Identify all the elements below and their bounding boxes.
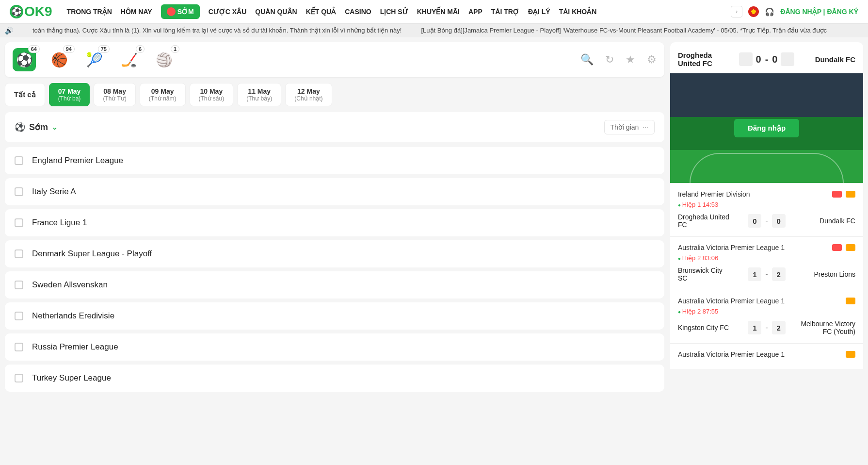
nav-item-kết-quả[interactable]: KẾT QUẢ <box>306 8 337 16</box>
date-tabs: Tất cả 07 May(Thứ ba)08 May(Thứ Tư)09 Ma… <box>5 83 664 106</box>
score-home: 1 <box>748 321 761 334</box>
stadium-visual: Đăng nhập <box>670 73 863 183</box>
search-icon[interactable]: 🔍 <box>580 53 594 66</box>
nav-scroll-right[interactable]: › <box>731 6 742 17</box>
auth-links[interactable]: ĐĂNG NHẬP | ĐĂNG KÝ <box>780 8 858 16</box>
league-row[interactable]: Turkey Super League <box>5 365 664 392</box>
nav-right: › 🎧 ĐĂNG NHẬP | ĐĂNG KÝ <box>731 6 858 17</box>
checkbox[interactable] <box>15 249 23 258</box>
away-team: Melbourne Victory FC (Youth) <box>800 320 855 335</box>
featured-score-home: 0 <box>756 54 761 65</box>
live-match-card[interactable]: Australia Victoria Premier League 1Hiệp … <box>670 236 863 290</box>
league-name: Denmark Super League - Playoff <box>32 249 152 259</box>
speaker-icon: 🔊 <box>5 27 13 34</box>
star-icon[interactable]: ★ <box>626 53 635 66</box>
date-tab[interactable]: 12 May(Chủ nhật) <box>285 83 332 106</box>
league-row[interactable]: France Ligue 1 <box>5 209 664 236</box>
league-row[interactable]: Russia Premier League <box>5 333 664 361</box>
nav-item-lịch-sử[interactable]: LỊCH SỬ <box>380 8 408 16</box>
live-match-card[interactable]: Australia Victoria Premier League 1 <box>670 343 863 369</box>
live-match-card[interactable]: Australia Victoria Premier League 1Hiệp … <box>670 290 863 343</box>
live-league-name: Ireland Premier Division <box>678 190 750 198</box>
checkbox[interactable] <box>15 281 23 289</box>
checkbox[interactable] <box>15 218 23 227</box>
date-tab[interactable]: 09 May(Thứ năm) <box>140 83 186 106</box>
checkbox[interactable] <box>15 187 23 196</box>
register-link[interactable]: ĐĂNG KÝ <box>827 8 858 16</box>
gear-icon[interactable]: ⚙ <box>647 53 657 66</box>
league-row[interactable]: Netherlands Eredivisie <box>5 302 664 330</box>
login-link[interactable]: ĐĂNG NHẬP <box>780 8 821 16</box>
date-tab[interactable]: 10 May(Thứ sáu) <box>190 83 234 106</box>
nav-item-hôm-nay[interactable]: HÔM NAY <box>121 8 152 16</box>
nav-item-cược-xâu[interactable]: CƯỢC XÂU <box>209 8 247 16</box>
soccer-icon: ⚽ <box>15 122 25 133</box>
date-tab[interactable]: 11 May(Thư bảy) <box>237 83 281 106</box>
featured-score-away: 0 <box>772 54 777 65</box>
checkbox[interactable] <box>15 343 23 351</box>
score-away: 2 <box>772 321 786 334</box>
nav-item-trong-trận[interactable]: TRONG TRẬN <box>67 8 112 16</box>
featured-home-team: Drogheda United FC <box>678 51 736 67</box>
home-team: Drogheda United FC <box>678 213 734 229</box>
match-status: Hiệp 1 14:53 <box>678 201 855 208</box>
nav-item-tài-khoản[interactable]: TÀI KHOẢN <box>559 8 597 16</box>
sport-filter[interactable]: 🏐1 <box>152 48 176 71</box>
home-team: Kingston City FC <box>678 324 734 332</box>
section-title: Sớm <box>29 122 48 133</box>
sport-count: 64 <box>28 45 40 53</box>
sport-filter[interactable]: 🎾75 <box>82 48 106 71</box>
nav-item-tài-trợ[interactable]: TÀI TRỢ <box>491 8 519 16</box>
login-button[interactable]: Đăng nhập <box>734 119 799 137</box>
league-name: Italy Serie A <box>32 187 76 197</box>
away-team: Preston Lions <box>800 270 855 278</box>
sports-actions: 🔍 ↻ ★ ⚙ <box>580 53 657 66</box>
score-home: 1 <box>748 267 761 281</box>
checkbox[interactable] <box>15 156 23 165</box>
league-row[interactable]: England Premier League <box>5 147 664 174</box>
date-tab-all[interactable]: Tất cả <box>5 83 45 106</box>
live-match-card[interactable]: Ireland Premier DivisionHiệp 1 14:53Drog… <box>670 183 863 236</box>
tv-icon <box>832 244 842 251</box>
chevron-down-icon[interactable]: ⌄ <box>52 123 58 131</box>
score-away: 0 <box>772 214 786 228</box>
away-crest-icon <box>781 52 794 66</box>
sport-filter[interactable]: 🏒6 <box>117 48 141 71</box>
tv-icon <box>832 191 842 198</box>
league-row[interactable]: Sweden Allsvenskan <box>5 271 664 299</box>
checkbox[interactable] <box>15 312 23 320</box>
league-row[interactable]: Italy Serie A <box>5 178 664 205</box>
nav-item-đại-lý[interactable]: ĐẠI LÝ <box>528 8 550 16</box>
refresh-icon[interactable]: ↻ <box>605 53 614 66</box>
nav-item-app[interactable]: APP <box>468 8 482 16</box>
featured-away-team: Dundalk FC <box>797 55 855 64</box>
sort-dropdown[interactable]: Thời gian ··· <box>604 120 655 134</box>
main-nav: TRONG TRẬNHÔM NAYSỚMCƯỢC XÂUQUÁN QUÂNKẾT… <box>67 4 726 19</box>
pitch-icon <box>846 244 855 251</box>
league-name: France Ligue 1 <box>32 218 87 228</box>
nav-item-khuyến-mãi[interactable]: KHUYẾN MÃI <box>417 8 460 16</box>
sport-count: 94 <box>63 45 75 53</box>
top-navbar: ⚽ OK9 TRONG TRẬNHÔM NAYSỚMCƯỢC XÂUQUÁN Q… <box>0 0 868 24</box>
sport-filter[interactable]: 🏀94 <box>48 48 71 71</box>
sport-filter[interactable]: ⚽64 <box>13 48 36 71</box>
date-tab[interactable]: 07 May(Thứ ba) <box>49 83 90 106</box>
nav-item-quán-quân[interactable]: QUÁN QUÂN <box>255 8 297 16</box>
ticker-msg-1: toán thắng thua). Cược Xâu tính là (1). … <box>32 27 402 34</box>
logo[interactable]: ⚽ OK9 <box>10 4 52 19</box>
more-icon: ··· <box>643 123 648 131</box>
sport-count: 1 <box>171 45 179 53</box>
nav-item-casino[interactable]: CASINO <box>345 8 371 16</box>
pitch-icon <box>846 351 855 358</box>
logo-text: OK9 <box>24 4 52 19</box>
home-team: Brunswick City SC <box>678 266 734 282</box>
flag-icon[interactable] <box>748 6 759 17</box>
league-name: Russia Premier League <box>32 342 118 352</box>
checkbox[interactable] <box>15 374 23 382</box>
league-row[interactable]: Denmark Super League - Playoff <box>5 240 664 267</box>
support-icon[interactable]: 🎧 <box>765 7 774 17</box>
home-crest-icon <box>739 52 753 66</box>
date-tab[interactable]: 08 May(Thứ Tư) <box>94 83 135 106</box>
section-header: ⚽ Sớm ⌄ Thời gian ··· <box>5 112 664 142</box>
nav-item-sớm[interactable]: SỚM <box>161 4 200 19</box>
